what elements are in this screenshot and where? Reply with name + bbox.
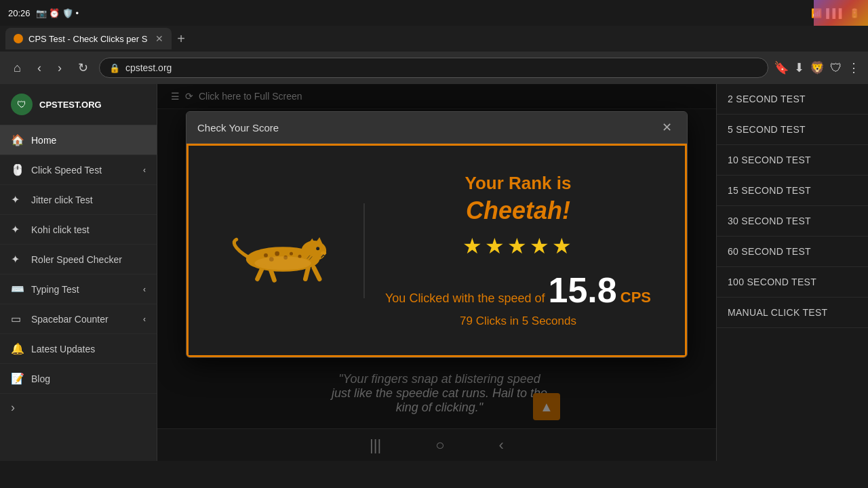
updates-icon: 🔔: [11, 342, 24, 355]
status-bar: 20:26 📷 ⏰ 🛡️ • 📶 ▌▌▌ 🔋: [0, 0, 868, 26]
status-bar-left: 20:26 📷 ⏰ 🛡️ •: [8, 8, 79, 18]
modal-header: Check Your Score ✕: [186, 112, 687, 144]
home-icon: 🏠: [11, 134, 24, 146]
cheetah-image: [222, 217, 344, 285]
svg-point-18: [254, 256, 311, 270]
brave-icon[interactable]: 🦁: [810, 60, 825, 75]
right-item-30sec-label: 30 SECOND TEST: [728, 216, 811, 226]
right-item-60sec[interactable]: 60 SECOND TEST: [717, 237, 868, 267]
right-item-5sec[interactable]: 5 SECOND TEST: [717, 115, 868, 145]
bookmark-icon[interactable]: 🔖: [774, 60, 789, 75]
kohi-icon: ✦: [11, 223, 24, 236]
sidebar: 🛡 CPSTEST.ORG 🏠 Home 🖱️ Click Speed Test…: [0, 84, 157, 461]
sidebar-item-click-label: Click Speed Test: [31, 165, 102, 176]
sidebar-item-jitter[interactable]: ✦ Jitter click Test: [0, 185, 157, 215]
score-modal: Check Your Score ✕: [186, 111, 688, 358]
cheetah-section: [202, 203, 365, 298]
sidebar-item-roler[interactable]: ✦ Roler Speed Checker: [0, 245, 157, 274]
sidebar-item-home-label: Home: [31, 135, 56, 146]
spacebar-chevron: ‹: [143, 314, 146, 324]
tab-close-button[interactable]: ✕: [155, 33, 163, 44]
home-button[interactable]: ⌂: [8, 58, 26, 78]
collapse-icon: ›: [11, 401, 15, 414]
sidebar-item-jitter-label: Jitter click Test: [31, 195, 93, 205]
svg-line-14: [305, 268, 308, 279]
right-item-30sec[interactable]: 30 SECOND TEST: [717, 206, 868, 237]
logo-text: CPSTEST.ORG: [39, 100, 102, 110]
sidebar-item-click-speed[interactable]: 🖱️ Click Speed Test ‹: [0, 155, 157, 185]
clicks-info: 79 Clicks in 5 Seconds: [385, 314, 651, 328]
spacebar-icon: ▭: [11, 312, 24, 325]
right-item-2sec[interactable]: 2 SECOND TEST: [717, 84, 868, 115]
sidebar-item-blog-label: Blog: [31, 373, 50, 384]
right-item-100sec[interactable]: 100 SECOND TEST: [717, 267, 868, 298]
click-speed-icon: 🖱️: [11, 163, 24, 176]
roler-icon: ✦: [11, 253, 24, 266]
download-icon[interactable]: ⬇: [794, 60, 804, 75]
reload-button[interactable]: ↻: [73, 58, 94, 78]
tab-title: CPS Test - Check Clicks per S: [28, 34, 147, 44]
sidebar-item-spacebar[interactable]: ▭ Spacebar Counter ‹: [0, 304, 157, 334]
logo-icon: 🛡: [11, 94, 33, 115]
click-speed-chevron: ‹: [143, 165, 146, 175]
right-item-manual[interactable]: MANUAL CLICK TEST: [717, 298, 868, 328]
url-text: cpstest.org: [125, 62, 758, 73]
active-tab[interactable]: CPS Test - Check Clicks per S ✕: [5, 28, 172, 49]
lock-icon: 🔒: [109, 63, 120, 73]
svg-point-4: [316, 247, 319, 250]
nav-bar: ⌂ ‹ › ↻ 🔒 cpstest.org 🔖 ⬇ 🦁 🛡 ⋮: [0, 52, 868, 84]
speed-label: You Clicked with the speed of 15.8 CPS: [385, 270, 651, 310]
blog-icon: 📝: [11, 372, 24, 385]
svg-point-5: [321, 251, 326, 254]
speed-unit: CPS: [620, 289, 651, 306]
svg-line-15: [314, 268, 319, 279]
modal-body: Your Rank is Cheetah! ★★★★★ You Clicked …: [186, 144, 687, 357]
tab-favicon: [14, 34, 23, 43]
sidebar-item-home[interactable]: 🏠 Home: [0, 125, 157, 155]
menu-icon[interactable]: ⋮: [848, 60, 860, 75]
corner-gradient: [814, 0, 868, 26]
rank-label: Your Rank is: [385, 173, 651, 194]
right-item-100sec-label: 100 SECOND TEST: [728, 277, 816, 287]
modal-overlay: Check Your Score ✕: [157, 84, 716, 461]
sidebar-item-roler-label: Roler Speed Checker: [31, 254, 122, 265]
shield-icon[interactable]: 🛡: [830, 61, 842, 75]
right-item-15sec-label: 15 SECOND TEST: [728, 185, 811, 196]
speed-value: 15.8: [549, 270, 617, 310]
svg-marker-3: [315, 237, 322, 243]
svg-point-11: [290, 251, 293, 255]
modal-close-button[interactable]: ✕: [658, 119, 676, 136]
typing-chevron: ‹: [143, 285, 146, 294]
main-layout: 🛡 CPSTEST.ORG 🏠 Home 🖱️ Click Speed Test…: [0, 84, 868, 461]
sidebar-item-updates-label: Latest Updates: [31, 344, 95, 354]
speed-label-text: You Clicked with the speed of: [385, 291, 545, 305]
sidebar-logo: 🛡 CPSTEST.ORG: [0, 84, 157, 125]
nav-actions: 🔖 ⬇ 🦁 🛡 ⋮: [774, 60, 860, 75]
forward-button[interactable]: ›: [52, 58, 67, 78]
sidebar-collapse-btn[interactable]: ›: [0, 394, 157, 422]
svg-point-8: [275, 251, 279, 256]
back-button[interactable]: ‹: [32, 58, 47, 78]
address-bar[interactable]: 🔒 cpstest.org: [99, 58, 768, 78]
stars-display: ★★★★★: [385, 233, 651, 259]
sidebar-item-updates[interactable]: 🔔 Latest Updates: [0, 334, 157, 364]
right-item-10sec-label: 10 SECOND TEST: [728, 155, 811, 165]
rank-name: Cheetah!: [385, 197, 651, 225]
sidebar-item-typing-label: Typing Test: [31, 284, 79, 295]
sidebar-item-blog[interactable]: 📝 Blog: [0, 364, 157, 394]
new-tab-button[interactable]: +: [177, 31, 185, 47]
right-item-60sec-label: 60 SECOND TEST: [728, 246, 811, 257]
tab-bar: CPS Test - Check Clicks per S ✕ +: [0, 26, 868, 52]
result-section: Your Rank is Cheetah! ★★★★★ You Clicked …: [365, 159, 671, 342]
sidebar-item-kohi-label: Kohi click test: [31, 224, 90, 235]
status-time: 20:26: [8, 8, 31, 18]
sidebar-item-typing[interactable]: ⌨️ Typing Test ‹: [0, 274, 157, 304]
sidebar-item-kohi[interactable]: ✦ Kohi click test: [0, 215, 157, 245]
status-icons: 📷 ⏰ 🛡️ •: [36, 8, 79, 18]
right-item-15sec[interactable]: 15 SECOND TEST: [717, 176, 868, 206]
right-item-2sec-label: 2 SECOND TEST: [728, 94, 806, 104]
right-item-10sec[interactable]: 10 SECOND TEST: [717, 145, 868, 176]
sidebar-item-spacebar-label: Spacebar Counter: [31, 314, 108, 325]
right-sidebar: 2 SECOND TEST 5 SECOND TEST 10 SECOND TE…: [716, 84, 868, 461]
right-item-5sec-label: 5 SECOND TEST: [728, 124, 806, 135]
